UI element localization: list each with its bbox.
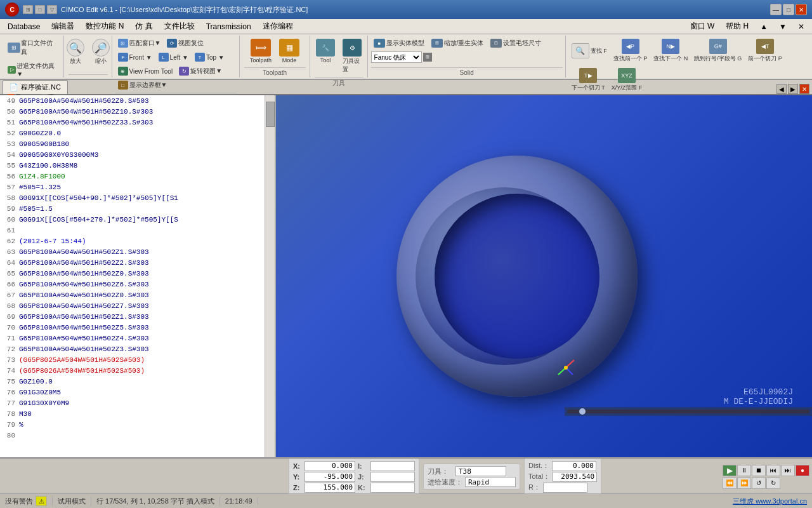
step-back-btn[interactable]: ⏮ [766, 465, 780, 476]
code-line: 80 [0, 430, 265, 441]
menu-transmission[interactable]: Transmission [201, 21, 256, 32]
sim-file-btn[interactable]: ▷ 进退文件仿真▼ [5, 60, 61, 79]
viewport-slider[interactable] [567, 410, 809, 413]
viewport-3d[interactable]: E65JL0902J M DE-E-JJEODIJ [276, 95, 812, 457]
tool-settings-btn[interactable]: ⚙ 刀具设置 [340, 37, 364, 76]
view-from-tool-btn[interactable]: ⊕ View From Tool [115, 65, 176, 77]
menu-help[interactable]: 帮助 H [721, 20, 754, 33]
viewport-overlay-text: E65JL0902J M DE-E-JJEODIJ [724, 387, 793, 406]
r-value [543, 483, 587, 493]
find-btn[interactable]: 🔍 查找 F [569, 37, 610, 65]
code-line: 63G65P8100A#504W#501H#502Z1.S#303 [0, 246, 265, 257]
z-value: 155.000 [304, 483, 355, 493]
time-text: 21:18:49 [225, 497, 252, 505]
top-view-icon: T [195, 53, 205, 62]
line-content: (G65P8026A#504W#501H#502S#503) [19, 367, 263, 375]
scale-solid-btn[interactable]: ⊞ 缩放/重生实体 [429, 37, 487, 50]
menu-down[interactable]: ▼ [774, 21, 792, 32]
play-btn[interactable]: ▶ [723, 465, 737, 476]
rewind-btn[interactable]: ↺ [752, 478, 766, 489]
code-scrollbar[interactable] [265, 95, 275, 457]
front-view-btn[interactable]: F Front ▼ [115, 51, 155, 64]
next-tool-btn[interactable]: T▶ 下一个切刀 T [569, 66, 608, 94]
ring-inner [435, 194, 599, 359]
toolpath-btn[interactable]: ⟾ Toolpath [247, 37, 274, 65]
skip-fwd-btn[interactable]: ⏩ [737, 478, 751, 489]
i-value [370, 461, 415, 471]
code-scrollbar-thumb[interactable] [266, 102, 275, 127]
zoom-in-icon: 🔍 [67, 39, 84, 57]
view-reset-btn[interactable]: ⟳ 视图复位 [164, 37, 206, 50]
menu-compare[interactable]: 文件比较 [159, 20, 200, 33]
window-file-btn[interactable]: ⊞ 窗口文件仿真 [5, 37, 61, 58]
forward-btn[interactable]: ↻ [766, 478, 780, 489]
code-line: 64G65P8100A#504W#501H#502Z2.S#303 [0, 257, 265, 268]
prev-tool-label: 前一个切刀 P [748, 55, 782, 63]
line-content: M30 [19, 410, 263, 418]
icon-btn1[interactable]: ⊞ [23, 5, 33, 14]
line-number: 77 [1, 399, 19, 407]
viewport-slider-thumb[interactable] [579, 408, 586, 415]
mode-label: Mode [282, 57, 297, 64]
toolbar-section-label-zoom [69, 74, 108, 76]
set-stock-btn[interactable]: ⊡ 设置毛坯尺寸 [488, 37, 544, 50]
close-button[interactable]: ✕ [796, 4, 807, 15]
step-fwd-btn[interactable]: ⏭ [781, 465, 795, 476]
find-prev-btn[interactable]: ◀P 查找前一个 P [611, 37, 650, 65]
menu-close[interactable]: ✕ [793, 21, 809, 32]
show-bbox-btn[interactable]: □ 显示边界框▼ [115, 79, 170, 91]
titlebar-left: C ⊞ □ ▽ CIMCO Edit v6.1 - [C:\Users\xdlv… [5, 3, 308, 17]
top-view-btn[interactable]: T Top ▼ [192, 51, 227, 64]
machine-select[interactable]: Fanuc 铣床 [371, 51, 422, 63]
maximize-button[interactable]: □ [783, 4, 794, 15]
left-view-btn[interactable]: L Left ▼ [156, 51, 191, 64]
icon-btn2[interactable]: □ [35, 5, 45, 14]
goto-line-btn[interactable]: G# 跳到行号/字段号 G [691, 37, 744, 65]
prev-tool-btn[interactable]: ◀T 前一个切刀 P [745, 37, 785, 65]
menu-cnc[interactable]: 数控功能 N [81, 20, 129, 33]
find-next-btn[interactable]: N▶ 查找下一个 N [651, 37, 690, 65]
icon-btn3[interactable]: ▽ [47, 5, 57, 14]
code-line: 54G90G59G0X0Y0S3000M3 [0, 149, 265, 160]
line-content: G91G30Z0M5 [19, 389, 263, 396]
line-number: 68 [1, 302, 19, 310]
zoom-out-btn[interactable]: 🔎 缩小 [89, 37, 112, 67]
view-btns: ⊡ 匹配窗口▼ ⟳ 视图复位 F Front ▼ L Left ▼ T Top … [115, 37, 237, 91]
menu-simulation[interactable]: 仿 真 [130, 20, 157, 33]
overlay-line1: E65JL0902J [724, 387, 793, 397]
time-segment: 21:18:49 [225, 497, 258, 505]
xyz-range-btn[interactable]: XYZ X/Y/Z范围 F [609, 66, 645, 94]
tab-next-btn[interactable]: ▶ [788, 84, 798, 94]
tool-btn[interactable]: 🔧 Tool [313, 37, 337, 76]
code-line: 65G65P8100A#504W#501H#502Z0.S#303 [0, 268, 265, 279]
titlebar-controls[interactable]: — □ ✕ [770, 4, 807, 15]
menu-up[interactable]: ▲ [755, 21, 773, 32]
code-scroll-area[interactable]: 49G65P8100A#504W#501H#502Z0.S#50350G65P8… [0, 95, 275, 457]
skip-back-btn[interactable]: ⏪ [723, 478, 737, 489]
dist-label: Dist.： [528, 461, 549, 471]
show-solid-btn[interactable]: ■ 显示实体模型 [371, 37, 427, 50]
record-btn[interactable]: ● [796, 465, 809, 476]
menu-database[interactable]: Database [3, 21, 45, 32]
fit-window-btn[interactable]: ⊡ 匹配窗口▼ [115, 37, 164, 50]
file-tab[interactable]: 📄 程序验证.NC [3, 80, 68, 94]
rotate-view-btn[interactable]: ↻ 旋转视图▼ [176, 65, 225, 77]
line-content: G65P8100A#504W#501H#502Z1.S#303 [19, 313, 263, 321]
ring-outer [396, 156, 638, 397]
line-content: G65P8100A#504W#501H#502Z0.S#303 [19, 291, 263, 299]
stop-btn[interactable]: ⏹ [752, 465, 766, 476]
set-stock-label: 设置毛坯尺寸 [503, 39, 541, 48]
tab-prev-btn[interactable]: ◀ [776, 84, 787, 94]
minimize-button[interactable]: — [770, 4, 782, 15]
tab-close-btn[interactable]: ✕ [799, 84, 809, 94]
menu-mini[interactable]: 迷你编程 [258, 20, 298, 33]
pause-btn[interactable]: ⏸ [737, 465, 751, 476]
website-link[interactable]: 三维虎 www.3dportal.cn [733, 497, 807, 506]
menu-window[interactable]: 窗口 W [685, 20, 720, 33]
line-content: #505=1.325 [19, 184, 263, 191]
mode-btn[interactable]: ▦ Mode [277, 37, 302, 65]
menu-editor[interactable]: 编辑器 [46, 20, 79, 33]
goto-line-icon: G# [709, 39, 727, 54]
find-next-icon: N▶ [662, 39, 679, 54]
zoom-in-btn[interactable]: 🔍 放大 [64, 37, 87, 67]
